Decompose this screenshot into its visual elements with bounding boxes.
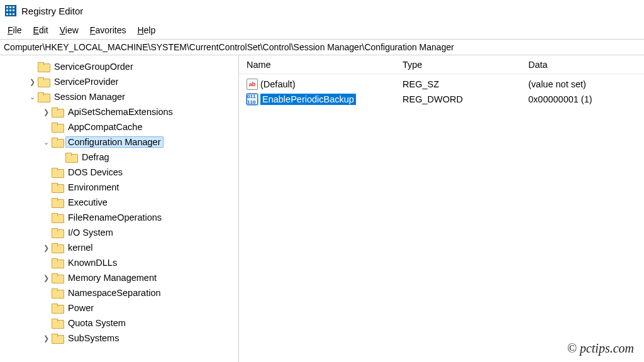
folder-icon bbox=[52, 334, 63, 343]
menu-favorites[interactable]: Favorites bbox=[85, 23, 131, 37]
tree-node-label: I/O System bbox=[65, 227, 116, 238]
chevron-down-icon[interactable]: ⌄ bbox=[42, 138, 50, 146]
tree-node[interactable]: ·I/O System bbox=[0, 225, 238, 240]
tree-node-label: NamespaceSeparation bbox=[65, 287, 164, 299]
tree-node[interactable]: ·Defrag bbox=[0, 150, 238, 165]
value-type: REG_DWORD bbox=[402, 94, 528, 104]
tree-node[interactable]: ❯ServiceProvider bbox=[0, 74, 238, 89]
tree-node[interactable]: ·FileRenameOperations bbox=[0, 210, 238, 225]
tree-node[interactable]: ⌄Session Manager bbox=[0, 89, 238, 104]
folder-icon bbox=[52, 138, 63, 146]
list-header[interactable]: Name Type Data bbox=[239, 55, 644, 74]
registry-editor-window: Registry Editor File Edit View Favorites… bbox=[0, 0, 644, 362]
tree-node[interactable]: ❯SubSystems bbox=[0, 331, 238, 346]
tree-node-label: Environment bbox=[65, 182, 121, 193]
tree-node-label: ApiSetSchemaExtensions bbox=[65, 106, 175, 118]
address-path: Computer\HKEY_LOCAL_MACHINE\SYSTEM\Curre… bbox=[4, 42, 454, 52]
watermark-text: © pctips.com bbox=[567, 341, 634, 356]
tree-node-label: FileRenameOperations bbox=[65, 212, 164, 223]
tree-node-label: AppCompatCache bbox=[65, 121, 145, 133]
title-bar[interactable]: Registry Editor bbox=[0, 0, 644, 21]
tree-node-label: Defrag bbox=[79, 151, 112, 163]
tree-node-label: Executive bbox=[65, 197, 110, 208]
tree-node-label: Configuration Manager bbox=[65, 136, 164, 148]
tree-node[interactable]: ⌄Configuration Manager bbox=[0, 134, 238, 150]
tree-node-label: kernel bbox=[65, 242, 96, 253]
address-bar[interactable]: Computer\HKEY_LOCAL_MACHINE\SYSTEM\Curre… bbox=[0, 39, 644, 55]
tree-node-label: DOS Devices bbox=[65, 167, 125, 178]
header-name[interactable]: Name bbox=[239, 60, 402, 70]
regedit-icon bbox=[5, 5, 16, 16]
tree-node[interactable]: ❯kernel bbox=[0, 240, 238, 255]
value-name: EnablePeriodicBackup bbox=[260, 94, 356, 105]
string-value-icon: ab bbox=[247, 79, 258, 90]
chevron-right-icon[interactable]: ❯ bbox=[42, 108, 50, 116]
chevron-down-icon[interactable]: ⌄ bbox=[28, 93, 36, 101]
value-type: REG_SZ bbox=[402, 79, 528, 89]
folder-icon bbox=[52, 228, 63, 237]
tree-node-label: ServiceGroupOrder bbox=[52, 61, 136, 72]
tree-node-label: Memory Management bbox=[65, 272, 159, 283]
folder-icon bbox=[52, 319, 63, 327]
tree-node-label: Power bbox=[65, 302, 96, 314]
tree-node[interactable]: ·Executive bbox=[0, 195, 238, 210]
menu-help[interactable]: Help bbox=[132, 23, 160, 37]
menu-file[interactable]: File bbox=[3, 23, 27, 37]
value-data: (value not set) bbox=[528, 79, 644, 89]
tree-node-label: Session Manager bbox=[52, 91, 128, 102]
chevron-right-icon[interactable]: ❯ bbox=[42, 274, 50, 282]
menu-edit[interactable]: Edit bbox=[28, 23, 53, 37]
tree-node[interactable]: ·DOS Devices bbox=[0, 165, 238, 180]
main-panes: ·ServiceGroupOrder❯ServiceProvider⌄Sessi… bbox=[0, 55, 644, 362]
menu-view[interactable]: View bbox=[55, 23, 84, 37]
folder-icon bbox=[52, 107, 63, 116]
tree-node[interactable]: ·Environment bbox=[0, 180, 238, 195]
folder-icon bbox=[52, 198, 63, 207]
folder-icon bbox=[52, 304, 63, 312]
chevron-right-icon[interactable]: ❯ bbox=[28, 78, 36, 86]
values-pane[interactable]: Name Type Data ab(Default)REG_SZ(value n… bbox=[239, 55, 644, 362]
chevron-right-icon[interactable]: ❯ bbox=[42, 334, 50, 343]
folder-icon bbox=[38, 92, 49, 101]
folder-icon bbox=[38, 62, 49, 71]
folder-icon bbox=[52, 123, 63, 131]
value-row[interactable]: ab(Default)REG_SZ(value not set) bbox=[239, 77, 644, 92]
tree-node-label: ServiceProvider bbox=[52, 76, 121, 87]
tree-node[interactable]: ·KnownDLLs bbox=[0, 255, 238, 270]
folder-icon bbox=[52, 258, 63, 267]
window-title: Registry Editor bbox=[21, 6, 83, 16]
header-type[interactable]: Type bbox=[402, 60, 528, 70]
registry-tree: ·ServiceGroupOrder❯ServiceProvider⌄Sessi… bbox=[0, 59, 238, 346]
folder-icon bbox=[52, 288, 63, 297]
tree-node-label: SubSystems bbox=[65, 332, 121, 344]
folder-icon bbox=[38, 77, 49, 86]
folder-icon bbox=[52, 273, 63, 282]
folder-icon bbox=[52, 243, 63, 252]
folder-icon bbox=[52, 168, 63, 177]
value-name: (Default) bbox=[260, 79, 296, 89]
tree-node[interactable]: ·ServiceGroupOrder bbox=[0, 59, 238, 74]
tree-node[interactable]: ·AppCompatCache bbox=[0, 119, 238, 134]
value-data: 0x00000001 (1) bbox=[528, 94, 644, 104]
header-data[interactable]: Data bbox=[528, 60, 644, 70]
tree-node[interactable]: ·Power bbox=[0, 300, 238, 315]
tree-node-label: Quota System bbox=[65, 317, 128, 329]
folder-icon bbox=[52, 213, 63, 222]
folder-icon bbox=[52, 183, 63, 192]
tree-node[interactable]: ❯Memory Management bbox=[0, 270, 238, 285]
tree-node[interactable]: ❯ApiSetSchemaExtensions bbox=[0, 104, 238, 119]
list-body: ab(Default)REG_SZ(value not set)011 110E… bbox=[239, 74, 644, 107]
menu-bar: File Edit View Favorites Help bbox=[0, 21, 644, 39]
tree-node[interactable]: ·NamespaceSeparation bbox=[0, 285, 238, 300]
dword-value-icon: 011 110 bbox=[247, 94, 258, 105]
value-row[interactable]: 011 110EnablePeriodicBackupREG_DWORD0x00… bbox=[239, 92, 644, 107]
tree-node[interactable]: ·Quota System bbox=[0, 315, 238, 331]
folder-icon bbox=[65, 153, 77, 162]
chevron-right-icon[interactable]: ❯ bbox=[42, 244, 50, 252]
tree-node-label: KnownDLLs bbox=[65, 257, 119, 268]
tree-pane[interactable]: ·ServiceGroupOrder❯ServiceProvider⌄Sessi… bbox=[0, 55, 239, 362]
